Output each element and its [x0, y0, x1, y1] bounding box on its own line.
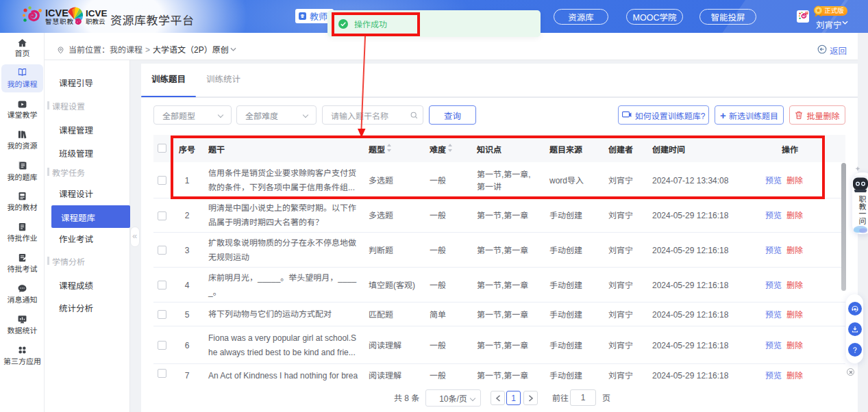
svg-text:智慧职教: 智慧职教 [45, 16, 74, 26]
svg-text:新: 新 [806, 11, 808, 14]
svg-text:职教云: 职教云 [86, 16, 106, 26]
